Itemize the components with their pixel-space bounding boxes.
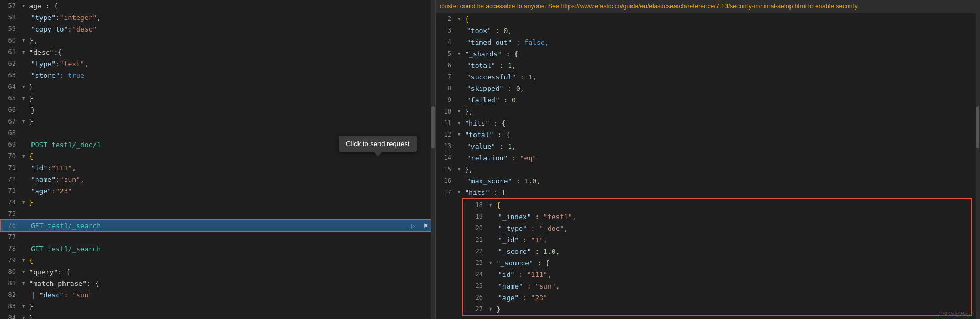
fold-arrow-icon[interactable]: ▼ — [458, 120, 460, 126]
line-content: "age":"23" — [29, 187, 431, 195]
line-number: 75 — [0, 210, 22, 218]
wrench-icon[interactable]: ⚑ — [420, 220, 431, 231]
line-content: "query": { — [27, 268, 431, 276]
fold-arrow-icon[interactable]: ▼ — [22, 84, 25, 89]
fold-arrow-icon[interactable]: ▼ — [458, 109, 460, 114]
output-line-number: 15 — [436, 166, 458, 173]
output-line: 7 "successful" : 1, — [436, 71, 980, 83]
output-line-content: "total" : { — [462, 131, 976, 139]
fold-arrow-icon[interactable]: ▼ — [22, 49, 25, 55]
line-content: age : { — [27, 2, 431, 10]
output-line-content: "_type" : "_doc", — [496, 224, 966, 232]
fold-arrow-icon[interactable]: ▼ — [22, 119, 25, 124]
output-line-number: 3 — [436, 27, 458, 34]
line-content: { — [27, 256, 431, 264]
left-scrollbar-thumb[interactable] — [431, 106, 435, 148]
watermark: CSDN@Boy-F — [938, 311, 976, 317]
output-line-content: } — [494, 305, 966, 313]
editor-line: 64▼ } — [0, 81, 435, 92]
right-scrollbar[interactable] — [976, 0, 980, 319]
line-content: } — [27, 83, 431, 91]
fold-arrow-icon[interactable]: ▼ — [22, 269, 25, 274]
line-content: } — [27, 303, 431, 311]
line-number: 74 — [0, 199, 22, 206]
fold-arrow-icon[interactable]: ▼ — [458, 190, 460, 195]
output-line-content: { — [462, 15, 976, 23]
output-line: 11▼ "hits" : { — [436, 117, 980, 129]
line-content: "type":"text", — [29, 60, 431, 68]
line-actions: ▷⚑ — [408, 220, 431, 231]
output-line-number: 23 — [467, 259, 489, 266]
output-content: 2▼{3 "took" : 0,4 "timed_out" : false,5▼… — [436, 13, 980, 319]
fold-arrow-icon[interactable]: ▼ — [22, 315, 25, 319]
output-line-number: 9 — [436, 96, 458, 104]
output-line-number: 2 — [436, 15, 458, 23]
output-line-content: "relation" : "eq" — [465, 154, 976, 162]
line-number: 58 — [0, 14, 22, 21]
fold-arrow-icon[interactable]: ▼ — [22, 281, 25, 286]
output-line-content: "took" : 0, — [465, 27, 976, 35]
output-line: 24 "id" : "111", — [463, 269, 971, 280]
output-line-number: 20 — [467, 224, 489, 232]
editor-line: 71 "id":"111", — [0, 162, 435, 173]
output-line: 8 "skipped" : 0, — [436, 83, 980, 94]
editor-line: 59 "copy_to":"desc" — [0, 23, 435, 35]
line-number: 63 — [0, 71, 22, 79]
output-line-content: "_score" : 1.0, — [496, 248, 966, 255]
fold-arrow-icon[interactable]: ▼ — [22, 3, 25, 8]
output-line-content: "id" : "111", — [496, 271, 966, 279]
line-number: 78 — [0, 245, 22, 252]
output-line-content: "hits" : [ — [462, 189, 976, 197]
line-number: 80 — [0, 268, 22, 275]
output-line-content: "name" : "sun", — [496, 282, 966, 290]
editor-line: 74▼} — [0, 197, 435, 208]
fold-arrow-icon[interactable]: ▼ — [458, 132, 460, 137]
fold-arrow-icon[interactable]: ▼ — [458, 167, 460, 172]
right-scrollbar-thumb[interactable] — [976, 106, 979, 148]
fold-arrow-icon[interactable]: ▼ — [22, 153, 25, 159]
output-line-content: }, — [462, 108, 976, 116]
line-number: 68 — [0, 129, 22, 137]
fold-arrow-icon[interactable]: ▼ — [489, 260, 492, 265]
fold-arrow-icon[interactable]: ▼ — [489, 202, 492, 208]
fold-arrow-icon[interactable]: ▼ — [22, 304, 25, 309]
editor-line: 60▼ }, — [0, 35, 435, 46]
output-line-content: "total" : 1, — [465, 61, 976, 69]
output-line-number: 4 — [436, 38, 458, 46]
editor-line: 80▼ "query": { — [0, 266, 435, 277]
output-line-number: 7 — [436, 73, 458, 80]
output-line-number: 5 — [436, 50, 458, 57]
fold-arrow-icon[interactable]: ▼ — [22, 38, 25, 43]
line-number: 66 — [0, 106, 22, 114]
output-line-content: "_shards" : { — [462, 50, 976, 58]
editor-line: 63 "store": true — [0, 69, 435, 81]
fold-arrow-icon[interactable]: ▼ — [22, 96, 25, 101]
editor-content: 57▼age : {58 "type":"integer",59 "copy_t… — [0, 0, 435, 319]
send-request-button[interactable]: ▷ — [408, 220, 418, 231]
fold-arrow-icon[interactable]: ▼ — [489, 306, 492, 312]
output-line: 3 "took" : 0, — [436, 25, 980, 36]
line-number: 60 — [0, 37, 22, 44]
line-number: 76 — [0, 222, 22, 229]
output-line-content: "successful" : 1, — [465, 73, 976, 81]
output-line: 18▼ { — [463, 199, 971, 211]
output-line-content: "timed_out" : false, — [465, 38, 976, 46]
output-line: 14 "relation" : "eq" — [436, 152, 980, 163]
output-line-number: 22 — [467, 248, 489, 255]
fold-arrow-icon[interactable]: ▼ — [22, 200, 25, 205]
line-number: 59 — [0, 25, 22, 33]
editor-panel: 57▼age : {58 "type":"integer",59 "copy_t… — [0, 0, 436, 319]
fold-arrow-icon[interactable]: ▼ — [22, 258, 25, 263]
output-line-number: 14 — [436, 154, 458, 161]
line-number: 61 — [0, 48, 22, 56]
output-line: 28▼ } — [436, 316, 980, 319]
output-line: 2▼{ — [436, 13, 980, 25]
line-number: 62 — [0, 60, 22, 67]
output-line: 13 "value" : 1, — [436, 140, 980, 152]
fold-arrow-icon[interactable]: ▼ — [458, 51, 460, 56]
output-line-number: 16 — [436, 177, 458, 184]
line-number: 69 — [0, 141, 22, 148]
editor-line[interactable]: 76GET test1/_search▷⚑ — [0, 220, 435, 231]
fold-arrow-icon[interactable]: ▼ — [458, 16, 460, 22]
left-scrollbar[interactable] — [431, 0, 435, 319]
